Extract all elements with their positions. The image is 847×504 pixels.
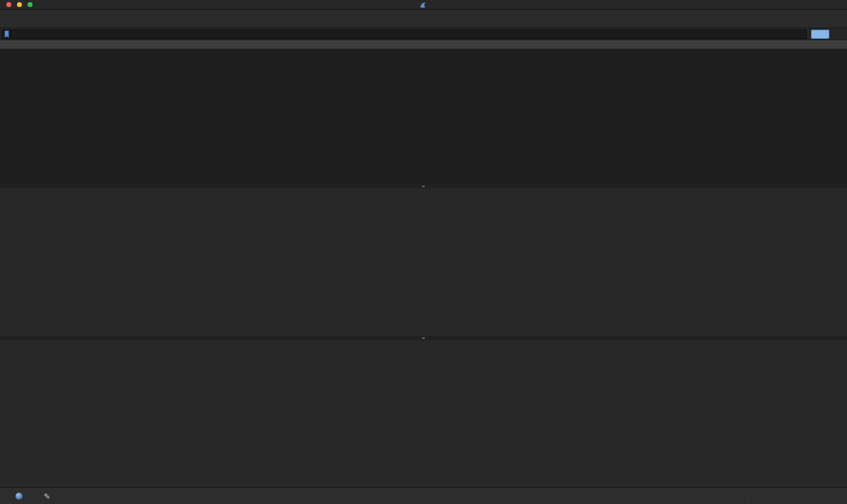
toolbar — [0, 10, 847, 28]
wireshark-fin-icon — [419, 1, 426, 8]
comment-pencil-icon: ✎ — [44, 492, 50, 501]
packet-details-pane — [0, 188, 847, 336]
statusbar-separator — [547, 493, 548, 500]
hex-dump-pane — [0, 340, 847, 487]
expert-info-button[interactable] — [16, 488, 23, 504]
capture-comment-button[interactable]: ✎ — [44, 488, 50, 504]
packet-list-header — [0, 40, 847, 49]
display-filter-input[interactable] — [11, 30, 807, 39]
filter-bar — [0, 28, 847, 40]
window-title-area — [0, 1, 847, 8]
packet-list — [0, 49, 847, 184]
statusbar-separator — [747, 493, 748, 500]
titlebar — [0, 0, 847, 10]
bookmark-icon — [4, 30, 10, 38]
filter-bookmark-button[interactable] — [1, 30, 11, 39]
status-bar: ✎ — [0, 487, 847, 504]
pane-splitter[interactable] — [0, 336, 847, 340]
pane-splitter[interactable] — [0, 184, 847, 188]
apply-filter-button[interactable] — [811, 30, 829, 39]
expert-info-icon — [16, 493, 23, 500]
